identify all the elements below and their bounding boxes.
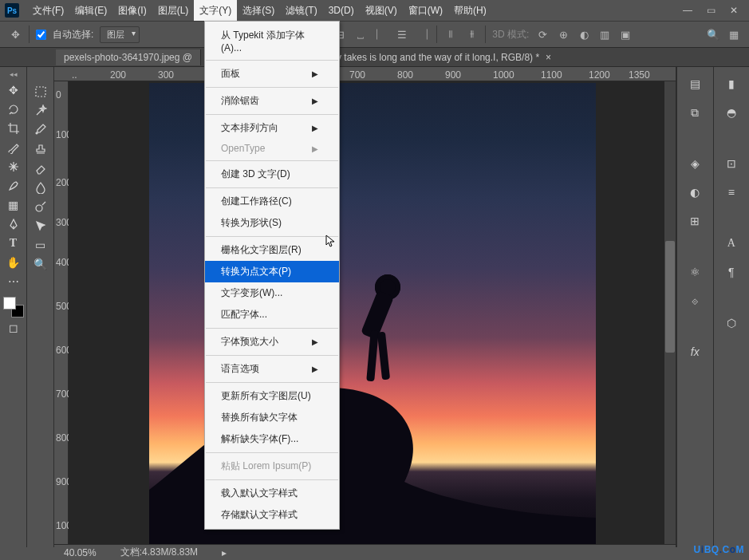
styles-panel-icon[interactable]: ⟐ (686, 292, 704, 310)
direct-select-tool[interactable] (30, 217, 51, 235)
dolly-icon[interactable]: ◐ (577, 27, 591, 41)
menu-item[interactable]: 语言选项▶ (205, 358, 339, 380)
paths-panel-icon[interactable]: ⊞ (686, 212, 704, 230)
layer-dropdown[interactable]: 图层 (100, 26, 140, 43)
panel-grip-icon[interactable]: ◂◂ (10, 70, 18, 78)
document-size[interactable]: 文档:4.83M/8.83M (120, 546, 198, 559)
workspace-icon[interactable]: ▦ (727, 27, 741, 41)
healing-tool[interactable] (3, 158, 24, 175)
minimize-icon[interactable]: — (683, 5, 692, 16)
color-swatch[interactable] (3, 297, 24, 317)
wand-tool[interactable] (30, 102, 51, 120)
menu-item[interactable]: 转换为点文本(P) (205, 261, 339, 282)
brush-panel-icon[interactable]: ⊡ (723, 155, 740, 172)
menu-item[interactable]: 面板▶ (205, 63, 339, 85)
tab-close-icon[interactable]: × (546, 52, 551, 63)
menu-item[interactable]: 创建 3D 文字(D) (205, 164, 339, 185)
canvas[interactable] (69, 81, 676, 547)
close-icon[interactable]: ✕ (730, 5, 738, 16)
eyedropper-tool[interactable] (30, 121, 51, 139)
move-tool[interactable]: ✥ (3, 81, 24, 99)
slide-icon[interactable]: ▥ (597, 27, 612, 41)
shape-tool[interactable]: ▭ (30, 236, 51, 254)
menu-item[interactable]: 从 Typekit 添加字体(A)... (205, 25, 339, 57)
menu-select[interactable]: 选择(S) (237, 0, 280, 21)
move-tool-icon[interactable]: ✥ (8, 27, 22, 41)
ruler-vertical[interactable]: 0 100 200 300 400 500 600 700 800 900 10… (54, 81, 69, 547)
eraser-tool[interactable] (30, 160, 51, 177)
maximize-icon[interactable]: ▭ (707, 5, 715, 16)
hand-tool[interactable]: ✋ (3, 254, 24, 271)
menu-help[interactable]: 帮助(H) (448, 0, 492, 21)
dodge-tool[interactable] (30, 198, 51, 215)
menu-item-label: 创建 3D 文字(D) (221, 168, 290, 181)
properties-panel-icon[interactable]: ⧉ (686, 104, 704, 121)
paragraph-panel-icon[interactable]: ¶ (723, 263, 740, 281)
menu-item[interactable]: 消除锯齿▶ (205, 90, 339, 112)
menu-view[interactable]: 视图(V) (360, 0, 403, 21)
character-panel-icon[interactable]: A (723, 235, 740, 252)
distribute-1-icon[interactable]: ⫴ (443, 27, 458, 41)
lasso-tool[interactable] (3, 101, 24, 118)
align-right-icon[interactable]: ⎹ (416, 27, 430, 41)
layers-panel-icon[interactable]: ◈ (686, 155, 704, 172)
scrollbar-thumb[interactable] (665, 241, 675, 353)
adjustments-panel-icon[interactable]: ⚛ (686, 263, 704, 281)
menu-filter[interactable]: 滤镜(T) (280, 0, 322, 21)
options-bar: ✥ 自动选择: 图层 ⎴ ⊟ ⎵ ⎸ ☰ ⎹ ⫴ ⫵ 3D 模式: ⟳ ⊕ ◐ … (0, 21, 749, 48)
ruler-horizontal[interactable]: .. 200 300 400 500 600 700 800 900 1000 … (54, 67, 676, 81)
marquee-tool[interactable] (30, 83, 51, 101)
crop-tool[interactable] (3, 120, 24, 137)
menu-layer[interactable]: 图层(L) (152, 0, 195, 21)
menu-item[interactable]: 文本排列方向▶ (205, 117, 339, 139)
menu-edit[interactable]: 编辑(E) (69, 0, 112, 21)
menu-item[interactable]: 字体预览大小▶ (205, 331, 339, 353)
menu-item[interactable]: 文字变形(W)... (205, 282, 339, 304)
channels-panel-icon[interactable]: ◐ (686, 183, 704, 201)
pan-icon[interactable]: ⊕ (556, 27, 570, 41)
menu-item[interactable]: 载入默认文字样式 (205, 483, 339, 504)
menu-item[interactable]: 转换为形状(S) (205, 212, 339, 234)
color-panel-icon[interactable]: ▮ (723, 75, 740, 93)
menu-item[interactable]: 替换所有缺欠字体 (205, 407, 339, 428)
document-tab[interactable]: pexels-photo-3641970.jpeg @ (56, 49, 201, 65)
fx-panel-icon[interactable]: fx (686, 343, 704, 361)
menu-image[interactable]: 图像(I) (112, 0, 152, 21)
vertical-scrollbar[interactable] (664, 81, 676, 547)
menu-item[interactable]: 栅格化文字图层(R) (205, 239, 339, 261)
stamp-tool[interactable] (30, 140, 51, 158)
menu-item[interactable]: 匹配字体... (205, 304, 339, 325)
blur-tool[interactable] (30, 179, 51, 196)
zoom-level[interactable]: 40.05% (64, 547, 97, 558)
type-tool[interactable]: T (3, 235, 24, 252)
menu-item[interactable]: 存储默认文字样式 (205, 504, 339, 526)
menu-3d[interactable]: 3D(D) (323, 0, 360, 21)
quickmask-tool[interactable]: ◻ (3, 319, 24, 337)
status-chevron-icon[interactable]: ▸ (222, 547, 227, 558)
history-brush-tool[interactable] (3, 177, 24, 195)
history-panel-icon[interactable]: ▤ (686, 75, 704, 93)
gradient-tool[interactable]: ▦ (3, 196, 24, 214)
align-hcenter-icon[interactable]: ☰ (395, 27, 409, 41)
menu-item[interactable]: 创建工作路径(C) (205, 191, 339, 212)
auto-select-checkbox[interactable] (36, 30, 46, 40)
align-bottom-icon[interactable]: ⎵ (353, 27, 368, 41)
distribute-2-icon[interactable]: ⫵ (464, 27, 479, 41)
3d-panel-icon[interactable]: ⬡ (723, 314, 740, 332)
menu-item-label: 更新所有文字图层(U) (221, 389, 311, 403)
swatches-panel-icon[interactable]: ◓ (723, 104, 740, 121)
menu-type[interactable]: 文字(Y) (194, 0, 237, 21)
align-left-icon[interactable]: ⎸ (374, 27, 388, 41)
menu-item[interactable]: 解析缺失字体(F)... (205, 428, 339, 450)
options-tool[interactable]: ⋯ (3, 273, 24, 290)
camera-icon[interactable]: ▣ (618, 27, 633, 41)
menu-window[interactable]: 窗口(W) (403, 0, 448, 21)
zoom-tool[interactable]: 🔍 (30, 255, 51, 273)
menu-item[interactable]: 更新所有文字图层(U) (205, 385, 339, 407)
orbit-icon[interactable]: ⟳ (535, 27, 550, 41)
menu-file[interactable]: 文件(F) (27, 0, 69, 21)
brush-tool[interactable] (3, 139, 24, 156)
search-icon[interactable]: 🔍 (706, 27, 720, 41)
pen-tool[interactable] (3, 215, 24, 233)
brush-settings-icon[interactable]: ≡ (723, 183, 740, 201)
